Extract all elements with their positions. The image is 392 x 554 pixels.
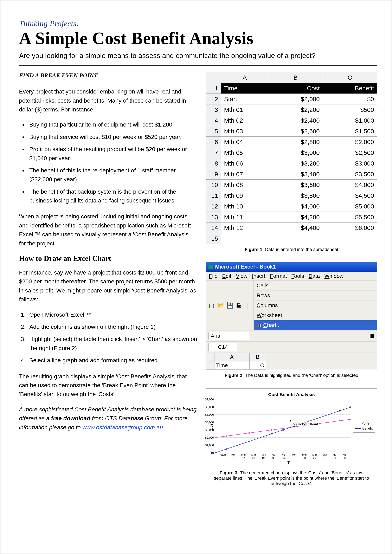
fig2-label: Figure 2: (224, 373, 244, 378)
svg-rect-17 (260, 437, 261, 438)
svg-rect-10 (328, 422, 329, 423)
time-cell: Mth 01 (221, 104, 268, 115)
xtick-label: Mth03 (249, 453, 259, 459)
svg-rect-12 (350, 419, 351, 420)
menu-item[interactable]: Window (324, 273, 343, 279)
cost-cell: $2,200 (268, 104, 323, 115)
cellref-row: C14 (206, 342, 377, 353)
section-subhead: FIND A BREAK EVEN POINT (19, 72, 197, 81)
spreadsheet-table: A B C 1TimeCostBenefit2Start$2,000$03Mth… (206, 72, 377, 244)
new-icon: ▢ (209, 302, 215, 309)
page-title: A Simple Cost Benefit Analysis (19, 29, 377, 48)
table-row: 5Mth 03$2,600$1,500 (206, 126, 377, 137)
table-row: 6Mth 04$2,800$2,000 (206, 137, 377, 147)
time-cell: Mth 04 (221, 137, 268, 147)
rownum-cell: 3 (206, 104, 221, 115)
dropdown-item[interactable]: Rows (254, 291, 377, 301)
menu-item[interactable]: Format (270, 273, 287, 279)
benefit-cell: $5,000 (323, 201, 377, 212)
ytick-label: $1,000 (205, 443, 215, 447)
col-letter-a: A (221, 72, 268, 83)
empty-cell (323, 233, 377, 244)
time-cell: Start (221, 94, 268, 104)
table-row: 4Mth 02$2,400$1,000 (206, 115, 377, 126)
menu-item[interactable]: File (209, 273, 217, 279)
ytick-label: $3,000 (205, 428, 215, 432)
footer-link[interactable]: www.ostdatabasegroup.com.au (82, 424, 163, 430)
svg-rect-5 (271, 429, 272, 430)
menu-item[interactable]: Insert (252, 273, 266, 279)
cost-cell: $3,800 (268, 190, 323, 201)
divider-icon: | (245, 302, 251, 309)
list-item: Add the columns as shown on the right (F… (27, 322, 197, 331)
dropdown-item[interactable]: Cells... (254, 281, 377, 291)
dropdown-item[interactable]: Worksheet (254, 311, 377, 320)
benefit-cell: $3,500 (323, 169, 377, 180)
bullet-list: Buying that particular item of equipment… (27, 120, 197, 205)
fig1-caption: Figure 1: Data is entered into the sprea… (206, 247, 377, 252)
rownum-cell: 10 (206, 180, 221, 190)
svg-rect-22 (316, 418, 317, 419)
cost-cell: $2,800 (268, 137, 323, 147)
rownum-cell: 13 (206, 212, 221, 222)
time-cell: Mth 12 (221, 222, 268, 233)
list-item: Open Microsoft Excel ™ (27, 310, 197, 319)
excel-screenshot: Microsoft Excel - Book1 FileEditViewInse… (206, 262, 377, 370)
cost-cell: $2,000 (268, 94, 323, 104)
menu-item[interactable]: Tools (292, 273, 304, 279)
rownum-cell: 12 (206, 201, 221, 212)
dropdown-item[interactable]: Columns (254, 301, 377, 311)
chart-plot-area: $0$1,000$2,000$3,000$4,000$5,000$6,000$7… (215, 399, 351, 453)
dropdown-item[interactable]: Chart... (254, 320, 377, 330)
chart-icon (257, 324, 261, 327)
rownum-cell: 7 (206, 147, 221, 158)
xtick-label: Mth04 (259, 453, 269, 459)
series-label: Thinking Projects: (19, 19, 377, 28)
header-cell: Time (221, 83, 268, 94)
cost-cell: $3,000 (268, 147, 323, 158)
fig1-text: Data is entered into the spreadsheet (264, 247, 338, 252)
table-row: 11Mth 09$3,800$4,500 (206, 190, 377, 201)
chart-legend: CostBenefit (353, 420, 375, 433)
menu-item[interactable]: Edit (222, 273, 231, 279)
legend-label: Benefit (362, 427, 373, 430)
benefit-cell: $2,500 (323, 147, 377, 158)
svg-rect-11 (339, 420, 340, 422)
rownum-cell: 1 (206, 83, 221, 94)
font-box: Arial (209, 332, 250, 340)
menu-item[interactable]: Data (309, 273, 320, 279)
cost-cell: $4,200 (268, 212, 323, 222)
svg-rect-4 (260, 431, 261, 432)
table-row: 3Mth 01$2,200$500 (206, 104, 377, 115)
rownum-cell: 15 (206, 233, 221, 244)
rownum-cell: 6 (206, 137, 221, 147)
after-bullets-para: When a project is being costed, includin… (19, 212, 197, 248)
mini-cell-b: C (249, 361, 266, 370)
corner-cell (206, 72, 221, 83)
chart-container: Cost Benefit Analysis Cost $0$1,000$2,00… (206, 388, 377, 467)
fig3-label: Figure 3: (220, 470, 239, 475)
svg-rect-24 (339, 410, 340, 412)
font-row: Arial ≣ (206, 331, 377, 342)
benefit-cell: $3,000 (323, 158, 377, 169)
open-icon: 📂 (217, 302, 224, 309)
svg-rect-18 (271, 433, 272, 435)
menu-item[interactable]: View (236, 273, 247, 279)
right-column: A B C 1TimeCostBenefit2Start$2,000$03Mth… (206, 72, 377, 486)
svg-rect-6 (282, 428, 283, 429)
table-row: 9Mth 07$3,400$3,500 (206, 169, 377, 180)
benefit-cell: $4,500 (323, 190, 377, 201)
rownum-cell: 4 (206, 115, 221, 126)
benefit-cell: $6,000 (323, 222, 377, 233)
xtick-label: Mth07 (289, 453, 299, 459)
excel-menubar: FileEditViewInsertFormatToolsDataWindow (206, 272, 377, 281)
ytick-label: $4,000 (205, 421, 215, 424)
xtick-label: Mth01 (228, 453, 238, 459)
steps-list: Open Microsoft Excel ™Add the columns as… (27, 310, 197, 365)
time-cell: Mth 10 (221, 201, 268, 212)
cellref-box: C14 (209, 343, 237, 351)
table-row: 8Mth 06$3,200$3,000 (206, 158, 377, 169)
ytick-label: $6,000 (205, 405, 215, 409)
ytick-label: $0 (210, 451, 215, 455)
rownum-cell: 9 (206, 169, 221, 180)
